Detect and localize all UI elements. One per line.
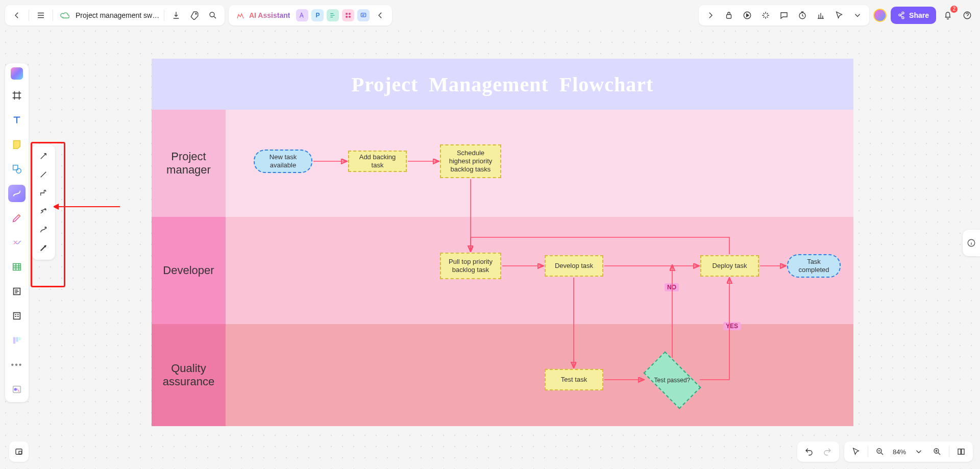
bottom-controls: 84%: [797, 441, 973, 462]
app-chip-5[interactable]: [357, 9, 370, 21]
node-end[interactable]: Task completed: [787, 254, 841, 278]
svg-rect-32: [19, 451, 21, 454]
top-toolbar: Project management swi… AI Assistant P: [5, 5, 392, 26]
undo-button[interactable]: [801, 444, 817, 459]
svg-rect-5: [349, 16, 351, 18]
notification-badge: 2: [950, 6, 958, 13]
presentation-tools-group: [699, 5, 869, 26]
svg-rect-36: [962, 449, 964, 455]
zoom-level[interactable]: 84%: [891, 448, 908, 456]
svg-point-0: [195, 13, 197, 14]
app-chip-3[interactable]: [327, 9, 339, 21]
pointer-button[interactable]: [831, 8, 847, 23]
node-test[interactable]: Test task: [545, 369, 603, 390]
flowchart[interactable]: Project Management Flowchart Project man…: [152, 59, 853, 426]
fit-screen-button[interactable]: [953, 444, 969, 459]
play-button[interactable]: [740, 8, 755, 23]
svg-point-20: [14, 388, 17, 391]
svg-rect-15: [14, 313, 20, 319]
arrow-straight-tool[interactable]: [36, 149, 51, 164]
top-right-toolbar: Share 2: [699, 5, 975, 26]
elbow-connector-tool[interactable]: [36, 185, 51, 201]
zoom-in-button[interactable]: [929, 444, 945, 459]
node-pull[interactable]: Pull top priority backlog task: [440, 253, 501, 279]
cloud-sync-icon[interactable]: [57, 8, 72, 23]
zoom-dropdown[interactable]: [911, 444, 926, 459]
zoom-out-button[interactable]: [872, 444, 888, 459]
tag-button[interactable]: [187, 8, 202, 23]
minimap-button[interactable]: [11, 444, 27, 459]
comment-button[interactable]: [776, 8, 792, 23]
history-controls: [797, 441, 839, 462]
lane-label-qa: Quality assurance: [152, 324, 226, 426]
lock-button[interactable]: [721, 8, 737, 23]
mindmap-tool[interactable]: [8, 234, 26, 251]
share-button[interactable]: Share: [891, 7, 936, 24]
cursor-mode-button[interactable]: [848, 444, 864, 459]
chart-title-band: Project Management Flowchart: [152, 59, 853, 110]
ai-assistant-label: AI Assistant: [249, 11, 290, 19]
templates-button[interactable]: [8, 381, 26, 398]
table-tool[interactable]: [8, 258, 26, 276]
svg-rect-6: [361, 13, 366, 17]
more-tools-button[interactable]: [850, 8, 865, 23]
lane-body-qa: [226, 324, 853, 426]
view-controls: 84%: [844, 441, 973, 462]
pen-tool[interactable]: [8, 209, 26, 227]
app-chip-2[interactable]: P: [311, 9, 324, 21]
menu-button[interactable]: [33, 8, 48, 23]
app-chip-4[interactable]: [342, 9, 354, 21]
edge-label-yes: YES: [723, 322, 741, 330]
search-button[interactable]: [205, 8, 220, 23]
svg-rect-35: [958, 449, 961, 455]
back-button[interactable]: [9, 8, 24, 23]
svg-rect-13: [13, 264, 21, 270]
thick-arrow-tool[interactable]: [36, 240, 51, 256]
node-start[interactable]: New task available: [254, 150, 312, 173]
zigzag-connector-tool[interactable]: [36, 204, 51, 219]
more-button[interactable]: •••: [8, 356, 26, 374]
document-title[interactable]: Project management swi…: [76, 11, 160, 19]
timer-button[interactable]: [795, 8, 810, 23]
sparkle-button[interactable]: [758, 8, 773, 23]
app-chip-1[interactable]: [296, 9, 308, 21]
svg-point-1: [210, 12, 214, 17]
lane-label-dev: Developer: [152, 217, 226, 324]
connector-tool[interactable]: [8, 185, 26, 202]
chart-title: Project Management Flowchart: [352, 72, 654, 96]
curved-connector-tool[interactable]: [36, 222, 51, 237]
redo-button[interactable]: [820, 444, 835, 459]
download-button[interactable]: [168, 8, 184, 23]
svg-rect-3: [349, 13, 351, 15]
ai-assistant-button[interactable]: AI Assistant: [233, 8, 293, 23]
node-add[interactable]: Add backing task: [348, 151, 407, 172]
svg-rect-17: [16, 337, 18, 342]
node-deploy[interactable]: Deploy task: [700, 255, 759, 277]
line-tool[interactable]: [36, 167, 51, 182]
lane-body-dev: [226, 217, 853, 324]
collapse-apps-button[interactable]: [373, 8, 388, 23]
edge-label-no: NO: [665, 283, 679, 291]
svg-point-12: [16, 168, 21, 173]
info-panel-toggle[interactable]: [963, 230, 980, 256]
node-schedule[interactable]: Schedule highest priority backlog tasks: [440, 144, 501, 178]
connector-flyout: [32, 144, 55, 260]
svg-rect-18: [19, 337, 21, 340]
kanban-tool[interactable]: [8, 332, 26, 349]
text-tool[interactable]: [8, 111, 26, 129]
side-toolbar: •••: [5, 63, 29, 402]
lane-label-pm: Project manager: [152, 110, 226, 217]
expand-tools-button[interactable]: [703, 8, 718, 23]
svg-rect-4: [346, 16, 348, 18]
user-avatar[interactable]: [873, 9, 887, 22]
text-card-tool[interactable]: [8, 283, 26, 300]
chart-button[interactable]: [813, 8, 828, 23]
logo-icon[interactable]: [11, 67, 23, 80]
help-button[interactable]: [960, 8, 975, 23]
sticky-note-tool[interactable]: [8, 136, 26, 153]
node-develop[interactable]: Develop task: [545, 255, 603, 277]
shape-tool[interactable]: [8, 160, 26, 178]
notifications-button[interactable]: 2: [940, 8, 955, 23]
frame-tool[interactable]: [8, 87, 26, 104]
list-tool[interactable]: [8, 307, 26, 325]
